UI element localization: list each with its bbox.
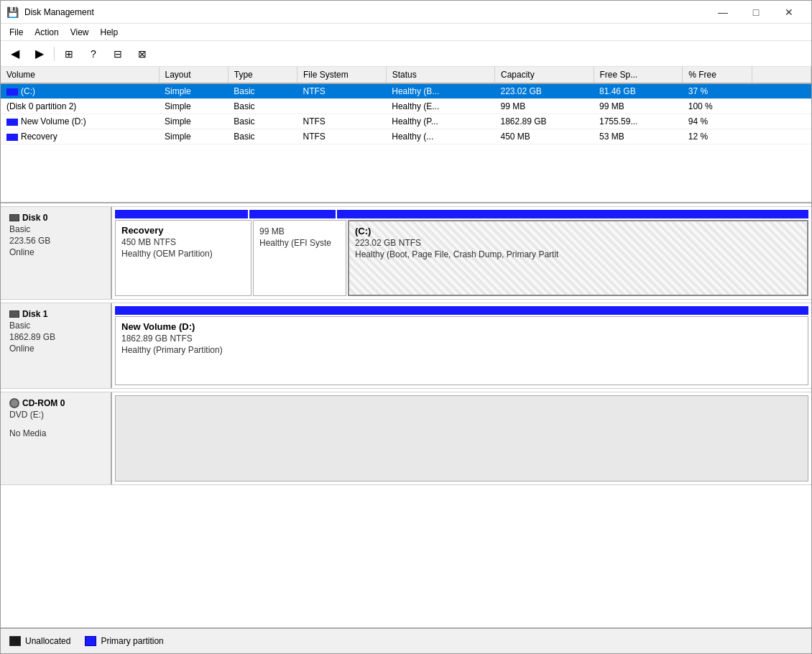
cell-5: 53 MB xyxy=(594,129,683,144)
cell-4: 99 MB xyxy=(495,99,594,114)
recovery-status: Healthy (OEM Partition) xyxy=(121,249,245,259)
cell-7 xyxy=(752,99,811,114)
toolbar-help[interactable]: ? xyxy=(82,44,105,64)
legend-unallocated-label: Unallocated xyxy=(25,636,70,646)
volumes-table: Volume Layout Type File System Status Ca… xyxy=(1,67,811,144)
toolbar-view-grid[interactable]: ⊞ xyxy=(57,44,80,64)
col-filesystem: File System xyxy=(297,67,387,83)
disk-0-partitions: Recovery 450 MB NTFS Healthy (OEM Partit… xyxy=(112,207,811,299)
cell-0: Simple xyxy=(159,99,228,114)
col-freespace: Free Sp... xyxy=(594,67,683,83)
toolbar: ◀ ▶ ⊞ ? ⊟ ⊠ xyxy=(1,41,811,67)
disk-0-size: 223.56 GB xyxy=(9,236,102,246)
cell-6: 100 % xyxy=(683,99,752,114)
menu-action[interactable]: Action xyxy=(29,26,64,39)
cell-3: Healthy (... xyxy=(386,129,494,144)
menu-file[interactable]: File xyxy=(4,26,29,39)
col-volume: Volume xyxy=(1,67,159,83)
menu-help[interactable]: Help xyxy=(95,26,124,39)
cell-2: NTFS xyxy=(297,129,387,144)
cell-0: Simple xyxy=(159,129,228,144)
efi-size: 99 MB xyxy=(259,226,340,236)
cdrom-0-grid xyxy=(115,395,808,482)
cdrom-0-partitions xyxy=(112,392,811,484)
toolbar-forward[interactable]: ▶ xyxy=(28,44,51,64)
d-name: New Volume (D:) xyxy=(121,321,802,332)
maximize-button[interactable]: □ xyxy=(739,1,772,24)
legend-primary-label: Primary partition xyxy=(101,636,163,646)
menu-view[interactable]: View xyxy=(65,26,95,39)
table-row[interactable]: RecoverySimpleBasicNTFSHealthy (...450 M… xyxy=(1,129,811,144)
disk-1-type: Basic xyxy=(9,321,102,331)
cell-3: Healthy (B... xyxy=(386,83,494,99)
cell-2: NTFS xyxy=(297,114,387,129)
cell-7 xyxy=(752,83,811,99)
toolbar-properties[interactable]: ⊠ xyxy=(131,44,154,64)
cell-3: Healthy (P... xyxy=(386,114,494,129)
cell-6: 37 % xyxy=(683,83,752,99)
minimize-button[interactable]: — xyxy=(706,1,739,24)
volumes-table-section: Volume Layout Type File System Status Ca… xyxy=(1,67,811,203)
cell-7 xyxy=(752,129,811,144)
disk-1-name: Disk 1 xyxy=(22,309,47,319)
close-button[interactable]: ✕ xyxy=(772,1,806,24)
cell-volume: (Disk 0 partition 2) xyxy=(1,99,159,114)
col-percentfree: % Free xyxy=(683,67,752,83)
legend-primary-box xyxy=(85,636,96,646)
partition-d[interactable]: New Volume (D:) 1862.89 GB NTFS Healthy … xyxy=(115,316,808,385)
toolbar-sep-1 xyxy=(54,47,55,61)
disk-1-bar xyxy=(115,306,808,315)
col-layout: Layout xyxy=(159,67,228,83)
cdrom-0-label: CD-ROM 0 DVD (E:) No Media xyxy=(1,392,112,484)
partition-c[interactable]: (C:) 223.02 GB NTFS Healthy (Boot, Page … xyxy=(348,220,808,296)
cell-2: NTFS xyxy=(297,83,387,99)
bar-d xyxy=(115,306,808,315)
cell-5: 81.46 GB xyxy=(594,83,683,99)
table-row[interactable]: (C:)SimpleBasicNTFSHealthy (B...223.02 G… xyxy=(1,83,811,99)
d-size: 1862.89 GB NTFS xyxy=(121,333,802,344)
cell-4: 450 MB xyxy=(495,129,594,144)
cell-1: Basic xyxy=(228,83,297,99)
col-extra xyxy=(752,67,811,83)
bar-c xyxy=(337,210,808,218)
cell-volume: (C:) xyxy=(1,83,159,99)
partition-cd xyxy=(115,395,808,482)
legend-unallocated: Unallocated xyxy=(9,636,70,646)
table-row[interactable]: New Volume (D:)SimpleBasicNTFSHealthy (P… xyxy=(1,114,811,129)
cdrom-0-media: No Media xyxy=(9,428,102,438)
cell-4: 223.02 GB xyxy=(495,83,594,99)
cell-volume: New Volume (D:) xyxy=(1,114,159,129)
legend-primary: Primary partition xyxy=(85,636,163,646)
disk-0-icon xyxy=(9,214,19,221)
disk-1-size: 1862.89 GB xyxy=(9,332,102,342)
col-type: Type xyxy=(228,67,297,83)
table-row[interactable]: (Disk 0 partition 2)SimpleBasicHealthy (… xyxy=(1,99,811,114)
cell-2 xyxy=(297,99,387,114)
bar-recovery xyxy=(115,210,248,218)
col-capacity: Capacity xyxy=(495,67,594,83)
partition-recovery[interactable]: Recovery 450 MB NTFS Healthy (OEM Partit… xyxy=(115,220,252,296)
cell-volume: Recovery xyxy=(1,129,159,144)
cell-1: Basic xyxy=(228,99,297,114)
partition-efi[interactable]: 99 MB Healthy (EFI Syste xyxy=(253,220,346,296)
disk-1-label: Disk 1 Basic 1862.89 GB Online xyxy=(1,303,112,388)
disk-1-icon xyxy=(9,310,19,318)
disk-section: Disk 0 Basic 223.56 GB Online Recovery xyxy=(1,203,811,627)
cell-0: Simple xyxy=(159,114,228,129)
recovery-name: Recovery xyxy=(121,225,245,236)
title-bar: 💾 Disk Management — □ ✕ xyxy=(1,1,811,24)
disk-0-title: Disk 0 xyxy=(9,213,102,223)
disk-0-grid: Recovery 450 MB NTFS Healthy (OEM Partit… xyxy=(115,220,808,296)
recovery-size: 450 MB NTFS xyxy=(121,237,245,247)
toolbar-back[interactable]: ◀ xyxy=(4,44,27,64)
legend-bar: Unallocated Primary partition xyxy=(1,627,811,653)
cell-4: 1862.89 GB xyxy=(495,114,594,129)
cdrom-0-title: CD-ROM 0 xyxy=(9,398,102,408)
toolbar-shrink[interactable]: ⊟ xyxy=(106,44,129,64)
efi-status: Healthy (EFI Syste xyxy=(259,238,340,248)
cdrom-0-name: CD-ROM 0 xyxy=(22,398,65,408)
c-size: 223.02 GB NTFS xyxy=(355,238,801,248)
disk-0-row: Disk 0 Basic 223.56 GB Online Recovery xyxy=(1,206,811,300)
disk-0-type: Basic xyxy=(9,224,102,234)
disk-0-label: Disk 0 Basic 223.56 GB Online xyxy=(1,207,112,299)
